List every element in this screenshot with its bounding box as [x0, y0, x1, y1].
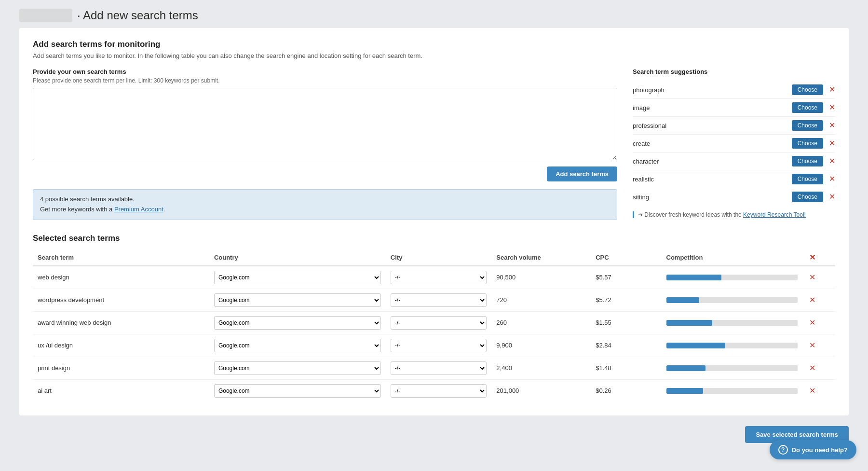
table-row: ux /ui designGoogle.com-/-9,900$2.84✕	[33, 334, 835, 357]
suggestion-term: photograph	[633, 86, 788, 94]
keyword-research-tool-link[interactable]: Keyword Research Tool!	[743, 211, 806, 218]
country-select[interactable]: Google.com	[214, 316, 381, 330]
cell-delete: ✕	[802, 311, 835, 334]
choose-button[interactable]: Choose	[792, 156, 823, 166]
cell-competition	[662, 334, 803, 357]
cell-term: ai art	[33, 379, 209, 402]
cell-city: -/-	[386, 379, 492, 402]
choose-button[interactable]: Choose	[792, 84, 823, 95]
cell-competition	[662, 289, 803, 311]
th-cpc: CPC	[591, 250, 661, 266]
th-search-term: Search term	[33, 250, 209, 266]
country-select[interactable]: Google.com	[214, 361, 381, 375]
cell-cpc: $2.84	[591, 334, 661, 357]
remove-suggestion-icon[interactable]: ✕	[829, 122, 835, 129]
page-header: · Add new search terms	[0, 0, 868, 28]
add-search-terms-button[interactable]: Add search terms	[547, 166, 617, 181]
cell-country: Google.com	[209, 289, 386, 311]
suggestions-title: Search term suggestions	[633, 68, 835, 75]
th-volume: Search volume	[491, 250, 591, 266]
delete-row-icon[interactable]: ✕	[809, 387, 815, 395]
search-terms-textarea[interactable]	[33, 88, 617, 160]
cell-competition	[662, 379, 803, 402]
own-terms-label: Provide your own search terms	[33, 68, 617, 75]
info-line2: Get more keywords with a	[40, 206, 114, 213]
cell-cpc: $0.26	[591, 379, 661, 402]
card-title: Add search terms for monitoring	[33, 40, 835, 49]
logo	[19, 9, 72, 22]
competition-bar-container	[666, 320, 798, 326]
country-select[interactable]: Google.com	[214, 293, 381, 307]
competition-bar	[666, 388, 703, 394]
choose-button[interactable]: Choose	[792, 192, 823, 202]
table-header: Search term Country City Search volume C…	[33, 250, 835, 266]
card-subtitle: Add search terms you like to monitor. In…	[33, 52, 835, 59]
cell-cpc: $1.48	[591, 357, 661, 379]
right-column: Search term suggestions photographChoose…	[633, 68, 835, 220]
cell-city: -/-	[386, 266, 492, 289]
cell-competition	[662, 266, 803, 289]
cell-term: web design	[33, 266, 209, 289]
delete-row-icon[interactable]: ✕	[809, 296, 815, 304]
premium-account-link[interactable]: Premium Account	[114, 206, 163, 213]
delete-all-icon[interactable]: ✕	[809, 253, 815, 262]
country-select[interactable]: Google.com	[214, 384, 381, 398]
suggestion-row: sittingChoose✕	[633, 188, 835, 206]
results-table: Search term Country City Search volume C…	[33, 250, 835, 402]
cell-cpc: $1.55	[591, 311, 661, 334]
cell-volume: 201,000	[491, 379, 591, 402]
competition-bar	[666, 365, 706, 371]
add-btn-row: Add search terms	[33, 166, 617, 181]
cell-delete: ✕	[802, 334, 835, 357]
delete-row-icon[interactable]: ✕	[809, 273, 815, 281]
choose-button[interactable]: Choose	[792, 138, 823, 149]
page-title: · Add new search terms	[77, 9, 198, 22]
suggestion-term: sitting	[633, 194, 788, 201]
city-select[interactable]: -/-	[391, 339, 487, 352]
delete-row-icon[interactable]: ✕	[809, 319, 815, 327]
competition-bar-container	[666, 297, 798, 303]
cell-volume: 9,900	[491, 334, 591, 357]
choose-button[interactable]: Choose	[792, 120, 823, 131]
suggestions-list: photographChoose✕imageChoose✕professiona…	[633, 81, 835, 206]
delete-row-icon[interactable]: ✕	[809, 341, 815, 349]
suggestion-term: realistic	[633, 176, 788, 183]
cell-volume: 2,400	[491, 357, 591, 379]
remove-suggestion-icon[interactable]: ✕	[829, 157, 835, 165]
selected-section: Selected search terms Search term Countr…	[33, 234, 835, 402]
table-row: print designGoogle.com-/-2,400$1.48✕	[33, 357, 835, 379]
cell-city: -/-	[386, 334, 492, 357]
choose-button[interactable]: Choose	[792, 102, 823, 113]
city-select[interactable]: -/-	[391, 361, 487, 375]
help-button[interactable]: ? Do you need help?	[770, 440, 856, 459]
cell-city: -/-	[386, 289, 492, 311]
table-row: award winning web designGoogle.com-/-260…	[33, 311, 835, 334]
remove-suggestion-icon[interactable]: ✕	[829, 104, 835, 111]
info-line1: 4 possible search terms available.	[40, 195, 135, 203]
selected-title: Selected search terms	[33, 234, 835, 243]
remove-suggestion-icon[interactable]: ✕	[829, 175, 835, 183]
remove-suggestion-icon[interactable]: ✕	[829, 86, 835, 94]
country-select[interactable]: Google.com	[214, 271, 381, 284]
th-delete: ✕	[802, 250, 835, 266]
discover-link-box: ➜ Discover fresh keyword ideas with the …	[633, 211, 835, 218]
city-select[interactable]: -/-	[391, 384, 487, 398]
table-row: ai artGoogle.com-/-201,000$0.26✕	[33, 379, 835, 402]
two-col-layout: Provide your own search terms Please pro…	[33, 68, 835, 220]
country-select[interactable]: Google.com	[214, 339, 381, 352]
left-column: Provide your own search terms Please pro…	[33, 68, 617, 220]
delete-row-icon[interactable]: ✕	[809, 364, 815, 372]
remove-suggestion-icon[interactable]: ✕	[829, 193, 835, 201]
city-select[interactable]: -/-	[391, 293, 487, 307]
cell-term: ux /ui design	[33, 334, 209, 357]
th-country: Country	[209, 250, 386, 266]
cell-term: award winning web design	[33, 311, 209, 334]
remove-suggestion-icon[interactable]: ✕	[829, 139, 835, 147]
discover-prefix: ➜ Discover fresh keyword ideas with the	[638, 211, 743, 218]
suggestion-term: image	[633, 104, 788, 111]
suggestion-row: createChoose✕	[633, 135, 835, 152]
choose-button[interactable]: Choose	[792, 174, 823, 184]
city-select[interactable]: -/-	[391, 316, 487, 330]
city-select[interactable]: -/-	[391, 271, 487, 284]
cell-country: Google.com	[209, 334, 386, 357]
